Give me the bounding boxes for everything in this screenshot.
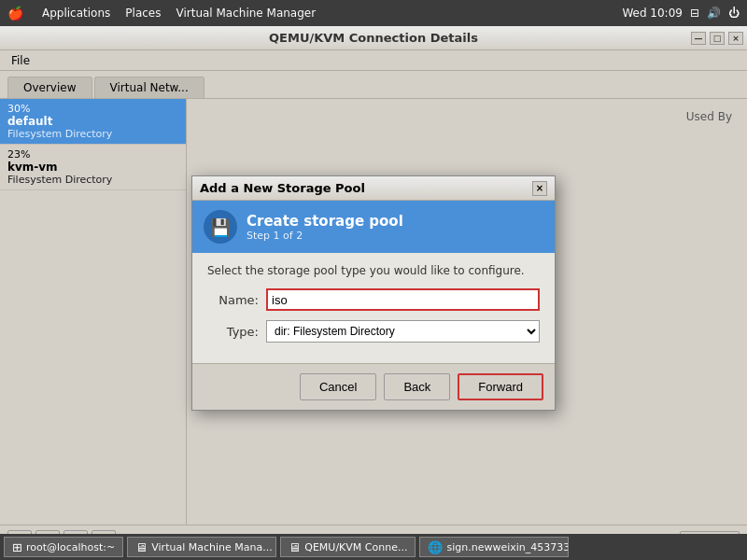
- storage-icon: 💾: [210, 217, 231, 237]
- volume-icon: 🔊: [707, 7, 721, 20]
- add-storage-pool-dialog: Add a New Storage Pool × 💾 Create storag…: [191, 175, 556, 411]
- type-select[interactable]: dir: Filesystem Directory fs: Pre-Format…: [266, 320, 540, 343]
- name-label: Name:: [207, 293, 259, 307]
- name-input[interactable]: [266, 288, 540, 311]
- dialog-titlebar: Add a New Storage Pool ×: [192, 176, 555, 201]
- name-row: Name:: [207, 288, 540, 311]
- main-window: QEMU/KVM Connection Details — □ × File O…: [0, 26, 747, 560]
- dialog-header-icon: 💾: [204, 210, 237, 244]
- top-bar: 🍎 Applications Places Virtual Machine Ma…: [0, 0, 747, 26]
- dialog-title: Add a New Storage Pool: [200, 181, 365, 195]
- type-label: Type:: [207, 325, 259, 339]
- menu-applications[interactable]: Applications: [42, 7, 110, 20]
- clock-display: Wed 10:09: [622, 7, 683, 20]
- type-row: Type: dir: Filesystem Directory fs: Pre-…: [207, 320, 540, 343]
- menu-places[interactable]: Places: [125, 7, 161, 20]
- dialog-header-text: Create storage pool Step 1 of 2: [247, 213, 403, 242]
- dialog-body: Select the storage pool type you would l…: [192, 253, 555, 363]
- back-button[interactable]: Back: [384, 373, 450, 400]
- cancel-button[interactable]: Cancel: [300, 373, 376, 400]
- top-bar-left: 🍎 Applications Places Virtual Machine Ma…: [7, 6, 622, 21]
- dialog-overlay: Add a New Storage Pool × 💾 Create storag…: [0, 26, 747, 560]
- dialog-header-subtitle: Step 1 of 2: [247, 230, 403, 242]
- dialog-footer: Cancel Back Forward: [192, 363, 555, 410]
- dialog-close-button[interactable]: ×: [532, 181, 547, 196]
- menu-vmm[interactable]: Virtual Machine Manager: [176, 7, 316, 20]
- network-icon: ⊟: [690, 7, 699, 20]
- power-icon[interactable]: ⏻: [728, 7, 740, 20]
- forward-button[interactable]: Forward: [458, 373, 543, 400]
- dialog-description: Select the storage pool type you would l…: [207, 264, 540, 277]
- apple-logo-icon: 🍎: [7, 6, 23, 21]
- dialog-header: 💾 Create storage pool Step 1 of 2: [192, 201, 555, 253]
- top-bar-right: Wed 10:09 ⊟ 🔊 ⏻: [622, 7, 740, 20]
- dialog-header-title: Create storage pool: [247, 213, 403, 230]
